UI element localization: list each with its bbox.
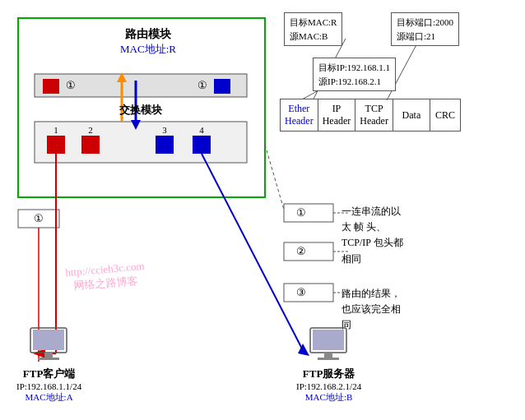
svg-line-28 bbox=[265, 145, 284, 210]
svg-rect-43 bbox=[44, 353, 53, 358]
ftp-client-ip: IP:192.168.1.1/24 bbox=[16, 381, 81, 391]
svg-text:①: ① bbox=[66, 79, 76, 91]
svg-marker-10 bbox=[131, 120, 141, 130]
info-box-ip: 目标IP:192.168.1.1 源IP:192.168.2.1 bbox=[313, 58, 396, 91]
svg-rect-19 bbox=[193, 136, 211, 154]
svg-text:②: ② bbox=[296, 245, 306, 257]
info-box-mac: 目标MAC:R 源MAC:B bbox=[284, 12, 342, 46]
svg-marker-8 bbox=[117, 72, 127, 82]
svg-rect-46 bbox=[313, 330, 344, 350]
svg-rect-2 bbox=[35, 122, 247, 163]
svg-rect-34 bbox=[284, 242, 333, 261]
svg-text:①: ① bbox=[34, 212, 44, 224]
svg-rect-15 bbox=[81, 136, 100, 154]
svg-rect-32 bbox=[284, 204, 333, 222]
desc-text-1: 一连串流的以太 帧 头、TCP/IP 包头都相同 bbox=[341, 204, 403, 267]
svg-rect-17 bbox=[156, 136, 174, 154]
svg-text:4: 4 bbox=[199, 125, 204, 135]
svg-rect-42 bbox=[33, 330, 64, 350]
data-cell: Data bbox=[393, 99, 430, 131]
svg-rect-44 bbox=[38, 358, 59, 360]
crc-cell: CRC bbox=[430, 99, 460, 131]
packet-structure: Ether Header IP Header TCP Header Data C… bbox=[280, 99, 461, 132]
ftp-server-ip: IP:192.168.2.1/24 bbox=[296, 381, 361, 391]
svg-text:交换模块: 交换模块 bbox=[119, 104, 163, 116]
svg-text:①: ① bbox=[197, 79, 207, 91]
tcp-header-cell: TCP Header bbox=[355, 99, 393, 131]
ether-header-cell: Ether Header bbox=[281, 99, 318, 131]
svg-rect-36 bbox=[284, 284, 333, 302]
svg-text:①: ① bbox=[296, 206, 306, 219]
ftp-server-label: FTP服务器 bbox=[296, 367, 361, 381]
svg-text:3: 3 bbox=[162, 125, 167, 135]
svg-text:1: 1 bbox=[53, 125, 58, 135]
info-box-port: 目标端口:2000 源端口:21 bbox=[391, 12, 459, 46]
ip-header-cell: IP Header bbox=[318, 99, 356, 131]
svg-rect-47 bbox=[324, 353, 332, 358]
ftp-client-label: FTP客户端 bbox=[16, 367, 81, 381]
svg-rect-20 bbox=[18, 210, 59, 228]
router-title: 路由模块 MAC地址:R bbox=[82, 27, 214, 57]
svg-rect-5 bbox=[214, 79, 230, 94]
svg-line-26 bbox=[202, 154, 304, 353]
computer-icon-client bbox=[26, 326, 72, 363]
svg-text:2: 2 bbox=[88, 125, 93, 135]
svg-rect-48 bbox=[318, 358, 339, 360]
ftp-client: FTP客户端 IP:192.168.1.1/24 MAC地址:A bbox=[16, 326, 81, 404]
ftp-server-mac: MAC地址:B bbox=[296, 391, 361, 404]
svg-rect-3 bbox=[43, 79, 59, 94]
watermark: http://ccieh3c.com 网络之路博客 bbox=[65, 260, 146, 294]
svg-rect-13 bbox=[47, 136, 65, 154]
ftp-server: FTP服务器 IP:192.168.2.1/24 MAC地址:B bbox=[296, 326, 361, 404]
computer-icon-server bbox=[306, 326, 351, 363]
svg-rect-1 bbox=[35, 74, 247, 97]
ftp-client-mac: MAC地址:A bbox=[16, 391, 81, 404]
svg-text:③: ③ bbox=[296, 286, 306, 298]
